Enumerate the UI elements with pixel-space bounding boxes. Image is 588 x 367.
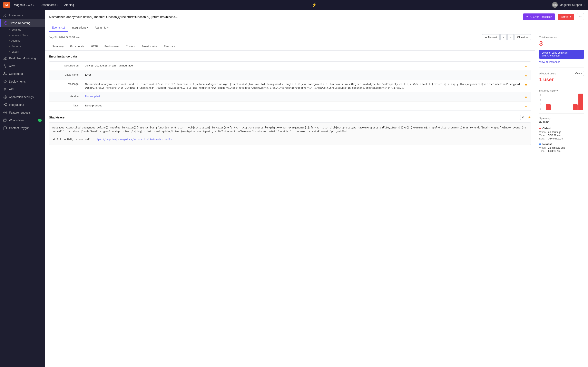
prev-button[interactable]: ‹ [501, 34, 507, 40]
sidebar-label-apm: APM [9, 64, 15, 68]
ai-error-resolution-button[interactable]: ✦ AI Error Resolution [523, 13, 555, 20]
sidebar-item-invite-team[interactable]: Invite team [0, 11, 45, 19]
row-label: Version [49, 92, 82, 101]
stacktrace-header: Stacktrace ⚙ ★ [49, 115, 531, 120]
sidebar-item-contact[interactable]: Contact Raygun [0, 124, 45, 132]
subnav-integrations[interactable]: Integrations ▾ [69, 24, 91, 32]
active-button[interactable]: Active ▾ [558, 14, 574, 20]
sidebar-item-export[interactable]: Export [0, 49, 45, 54]
sidebar-item-rum[interactable]: Real User Monitoring [0, 54, 45, 62]
sidebar-label-app-settings: Application settings [9, 95, 34, 99]
error-instance-title: Error instance data [49, 55, 531, 58]
sidebar-item-integrations[interactable]: Integrations [0, 101, 45, 109]
more-options-button[interactable]: ··· [577, 13, 584, 20]
version-link[interactable]: Not supplied [85, 95, 100, 98]
sidebar-label-customers: Customers [9, 72, 23, 75]
tab-error-details[interactable]: Error details [67, 43, 88, 50]
error-header: Mismatched anonymous define() module: fu… [45, 10, 588, 24]
tab-http[interactable]: HTTP [88, 43, 101, 50]
sidebar-item-apm[interactable]: APM [0, 62, 45, 70]
star-icon[interactable]: ★ [525, 83, 527, 86]
affected-users-label: Affected users [539, 72, 556, 75]
star-icon[interactable]: ★ [525, 95, 527, 99]
subnav-events[interactable]: Events (1) [49, 24, 68, 32]
stacktrace-url[interactable]: (https://requirejs.org/docs/errors.html#… [92, 138, 172, 141]
newest-when-row: When: 22 minutes ago [539, 146, 584, 149]
table-row: Message Mismatched anonymous define() mo… [49, 80, 531, 92]
sidebar-item-crash-reporting[interactable]: Crash Reporting [0, 19, 45, 27]
star-icon[interactable]: ★ [525, 104, 527, 108]
table-row: Tags None provided ★ [49, 101, 531, 110]
divider [539, 86, 584, 86]
sidebar-label-whats-new: What's New [9, 119, 24, 122]
newest-time-row: Time: 6:34:30 am [539, 150, 584, 152]
row-label: Message [49, 80, 82, 92]
dot-icon [9, 46, 10, 47]
crash-reporting-icon [4, 21, 8, 25]
row-value: None provided ★ [82, 101, 531, 110]
svg-point-6 [4, 72, 5, 74]
stacktrace-settings-button[interactable]: ⚙ [520, 115, 526, 120]
ai-icon: ✦ [526, 15, 528, 18]
subnav: Events (1) Integrations ▾ Assign to ▾ [45, 24, 588, 32]
svg-line-13 [4, 104, 6, 105]
topnav-alerting[interactable]: Alerting [62, 2, 76, 8]
tab-summary[interactable]: Summary [49, 43, 67, 50]
table-row: Version Not supplied ★ [49, 92, 531, 101]
next-button[interactable]: › [507, 34, 513, 40]
sidebar-item-feature-requests[interactable]: Feature requests [0, 109, 45, 117]
newest-button[interactable]: ⏮ Newest [482, 34, 500, 40]
sidebar-item-customers[interactable]: Customers [0, 70, 45, 78]
row-value: Not supplied ★ [82, 92, 531, 101]
sidebar-label-reports: Reports [11, 45, 21, 48]
view-all-instances-link[interactable]: View all instances [539, 60, 584, 63]
chart-bars [545, 94, 584, 110]
topnav-app-name[interactable]: Magento 2.4.7 ▾ [11, 2, 36, 8]
oldest-time-row: Time: 5:56:32 am [539, 134, 584, 137]
subnav-assign-to[interactable]: Assign to ▾ [92, 24, 111, 32]
oldest-when-row: When: an hour ago [539, 131, 584, 133]
sidebar-label-api: API [9, 88, 14, 91]
row-value: Error ★ [82, 71, 531, 80]
star-icon[interactable]: ★ [525, 64, 527, 68]
spanning-label: Spanning [539, 117, 584, 120]
star-icon[interactable]: ★ [528, 116, 531, 119]
star-icon[interactable]: ★ [525, 73, 527, 77]
tab-raw-data[interactable]: Raw data [161, 43, 178, 50]
instance-history-chart: 3 2 1 0 [545, 94, 584, 110]
stacktrace-section: Stacktrace ⚙ ★ Message: Mismatched anony… [45, 115, 535, 149]
divider [539, 67, 584, 68]
chevron-down-icon: ▾ [584, 4, 585, 6]
integrations-icon [3, 103, 7, 107]
sidebar-item-inbound-filters[interactable]: Inbound filters [0, 33, 45, 38]
whats-new-badge: 1 [38, 119, 42, 122]
sidebar-item-whats-new[interactable]: What's New 1 [0, 117, 45, 124]
topnav-user[interactable]: MS Magenizr Support ▾ [552, 2, 585, 8]
sidebar-item-settings[interactable]: Settings [0, 27, 45, 33]
rum-icon [3, 57, 7, 60]
sidebar-item-api[interactable]: API [0, 85, 45, 93]
main-content: Mismatched anonymous define() module: fu… [45, 10, 588, 367]
table-row: Class name Error ★ [49, 71, 531, 80]
sidebar-item-deployments[interactable]: Deployments [0, 78, 45, 85]
oldest-when-value: an hour ago [548, 131, 561, 133]
sidebar-item-alerting[interactable]: Alerting [0, 38, 45, 43]
affected-users-row: Affected users View › [539, 71, 584, 76]
chevron-down-icon: ▾ [33, 4, 34, 6]
sidebar-label-rum: Real User Monitoring [9, 57, 36, 60]
contact-icon [3, 126, 7, 130]
avatar: MS [552, 2, 558, 8]
dot-icon [9, 29, 10, 30]
affected-users-view-button[interactable]: View › [573, 71, 584, 76]
oldest-instance: Oldest When: an hour ago Time: 5:56:32 a… [539, 127, 584, 140]
topnav-dashboards[interactable]: Dashboards ▾ [38, 2, 61, 8]
tab-custom[interactable]: Custom [123, 43, 138, 50]
sidebar-item-reports[interactable]: Reports [0, 43, 45, 49]
oldest-button[interactable]: Oldest ⏭ [515, 34, 531, 40]
stacktrace-content: Message: Mismatched anonymous define() m… [49, 122, 531, 145]
sidebar-item-app-settings[interactable]: Application settings [0, 93, 45, 101]
svg-point-9 [6, 103, 7, 104]
tab-breadcrumbs[interactable]: Breadcrumbs [138, 43, 160, 50]
oldest-date-value: July 5th 2024 [548, 137, 563, 140]
tab-environment[interactable]: Environment [101, 43, 123, 50]
